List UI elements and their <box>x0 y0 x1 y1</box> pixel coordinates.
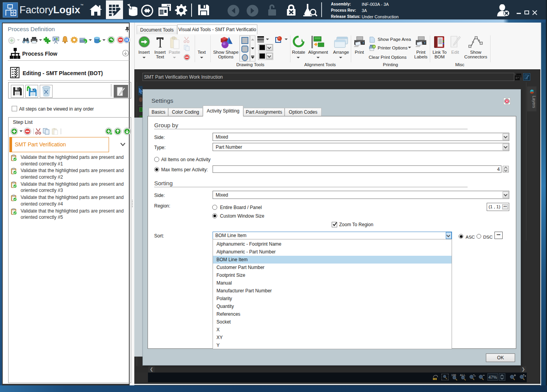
svg-text:?: ? <box>373 46 375 48</box>
